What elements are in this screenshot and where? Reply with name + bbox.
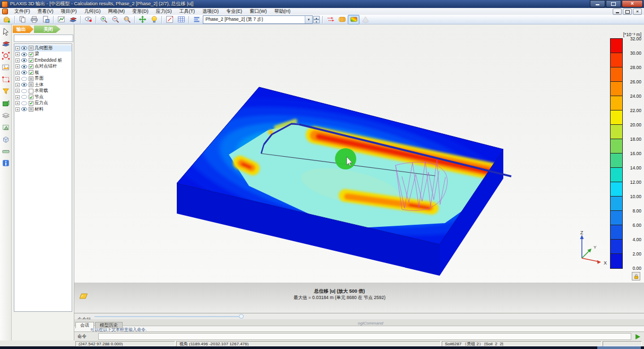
legend-lock-button[interactable] — [632, 272, 640, 280]
checkbox[interactable] — [29, 76, 33, 81]
command-tab[interactable]: 会话 — [75, 322, 94, 328]
tree-item[interactable]: +土体 — [14, 82, 72, 88]
menu-item[interactable]: 专业(E) — [222, 8, 246, 15]
visible-eye-icon[interactable] — [21, 58, 28, 63]
tree-item[interactable]: +应力点 — [14, 100, 72, 107]
tree-item[interactable]: +水荷载 — [14, 88, 72, 95]
toolbar-scale-window-button[interactable] — [164, 15, 175, 24]
side-slice-view-button[interactable] — [1, 123, 11, 132]
model-3d[interactable] — [74, 24, 644, 313]
menu-item[interactable]: 查看(V) — [34, 8, 57, 15]
toolbar-shadings-button[interactable] — [348, 15, 359, 24]
menu-item[interactable]: 变形(D) — [128, 8, 152, 15]
visible-eye-icon[interactable] — [21, 46, 28, 50]
command-input[interactable] — [98, 333, 631, 340]
splitter-line[interactable] — [95, 316, 239, 317]
menu-item[interactable]: 窗口(W) — [246, 8, 271, 15]
close-button[interactable]: × — [622, 0, 643, 7]
chevron-down-icon[interactable]: ▼ — [305, 16, 312, 23]
expand-icon[interactable]: + — [15, 52, 20, 56]
side-materials-button[interactable] — [1, 99, 11, 108]
tab-output[interactable]: 输出 — [13, 25, 33, 33]
expand-icon[interactable]: + — [15, 58, 20, 63]
mdi-restore-button[interactable] — [623, 8, 632, 15]
menu-item[interactable]: 文件(F) — [11, 8, 34, 15]
tree-item[interactable]: +节点 — [14, 94, 72, 100]
hidden-eye-icon[interactable] — [21, 95, 28, 99]
splitter-handle[interactable] — [239, 314, 244, 319]
tree-item[interactable]: +材料 — [14, 106, 72, 113]
checkbox[interactable] — [29, 89, 33, 93]
toolbar-copy-button[interactable] — [16, 15, 28, 24]
tree-item[interactable]: +界面 — [14, 76, 72, 82]
phase-up-button[interactable]: ▲ — [313, 16, 320, 20]
hidden-eye-icon[interactable] — [21, 101, 28, 106]
toolbar-hide-items-button[interactable] — [82, 15, 94, 24]
toolbar-print-button[interactable] — [28, 15, 40, 24]
expand-icon[interactable]: + — [15, 76, 20, 81]
visible-eye-icon[interactable] — [21, 52, 28, 57]
command-tab[interactable]: 模型历史 — [95, 322, 123, 328]
checkbox[interactable] — [29, 64, 33, 69]
toolbar-pan-button[interactable] — [136, 15, 148, 24]
menu-item[interactable]: 工具(T) — [176, 8, 199, 15]
side-filter-button[interactable] — [1, 87, 11, 96]
toolbar-phase-list-button[interactable] — [191, 15, 202, 24]
3d-viewport[interactable]: Z Y X [*10⁻³ m] 32.0030.0028.0026.0024.0… — [74, 24, 644, 313]
side-select-points-button[interactable] — [1, 51, 11, 61]
visible-eye-icon[interactable] — [21, 64, 28, 69]
toolbar-cross-section-button[interactable] — [67, 15, 79, 24]
checkbox[interactable] — [29, 107, 33, 112]
checkbox[interactable] — [29, 82, 33, 87]
tree-item[interactable]: +板 — [14, 70, 72, 76]
toolbar-zoom-out-button[interactable] — [109, 15, 121, 24]
checkbox[interactable] — [29, 95, 33, 99]
menu-item[interactable]: 选项(O) — [199, 8, 222, 15]
expand-icon[interactable]: + — [15, 107, 20, 112]
expand-icon[interactable]: + — [15, 95, 20, 99]
tree-item[interactable]: +梁 — [14, 52, 72, 58]
side-info-button[interactable] — [1, 158, 11, 168]
menu-item[interactable]: 项目(P) — [57, 8, 81, 15]
expand-icon[interactable]: + — [15, 101, 20, 105]
expand-icon[interactable]: + — [15, 64, 20, 69]
checkbox[interactable] — [29, 46, 33, 50]
toolbar-export-image-button[interactable] — [40, 15, 51, 24]
visible-eye-icon[interactable] — [21, 107, 28, 112]
expand-icon[interactable]: + — [15, 83, 20, 87]
checkbox[interactable] — [29, 52, 33, 57]
hidden-eye-icon[interactable] — [21, 89, 28, 93]
tree-item[interactable]: +几何图形 — [14, 45, 72, 52]
hidden-eye-icon[interactable] — [21, 76, 28, 81]
side-cross-section-tool-button[interactable] — [1, 39, 11, 48]
toolbar-contour-lines-button[interactable] — [336, 15, 348, 24]
tree-item[interactable]: +点对点锚杆 — [14, 64, 72, 70]
tree-item[interactable]: +Embedded 桩 — [14, 57, 72, 64]
side-ruler-button[interactable] — [1, 147, 11, 156]
mdi-minimize-button[interactable] — [613, 8, 622, 15]
phase-selector[interactable]: Phase_2 [Phase_2] (第 7 步) ▼ — [203, 15, 313, 24]
menu-item[interactable]: 应力(S) — [152, 8, 176, 15]
side-select-button[interactable] — [1, 27, 11, 37]
tab-close[interactable]: 关闭 — [34, 25, 61, 33]
expand-icon[interactable]: + — [15, 89, 20, 93]
menu-item[interactable]: 网格(M) — [105, 8, 129, 15]
minimize-button[interactable] — [590, 0, 605, 7]
checkbox[interactable] — [29, 58, 33, 63]
side-report-generator-button[interactable] — [1, 63, 11, 72]
run-command-button[interactable] — [633, 333, 642, 340]
maximize-button[interactable] — [606, 0, 621, 7]
visible-eye-icon[interactable] — [21, 70, 28, 75]
checkbox[interactable] — [29, 70, 33, 75]
side-select-rectangle-button[interactable] — [1, 75, 11, 84]
toolbar-zoom-rectangle-button[interactable] — [121, 15, 133, 24]
toolbar-table-button[interactable] — [175, 15, 187, 24]
toolbar-zoom-in-button[interactable] — [98, 15, 109, 24]
expand-icon[interactable]: + — [15, 46, 20, 50]
phase-down-button[interactable]: ▼ — [313, 20, 320, 23]
toolbar-open-button[interactable] — [1, 15, 13, 24]
checkbox[interactable] — [29, 101, 33, 106]
menu-item[interactable]: 帮助(H) — [271, 8, 295, 15]
toolbar-curves-manager-button[interactable] — [55, 15, 67, 24]
toolbar-reset-view-button[interactable] — [148, 15, 160, 24]
